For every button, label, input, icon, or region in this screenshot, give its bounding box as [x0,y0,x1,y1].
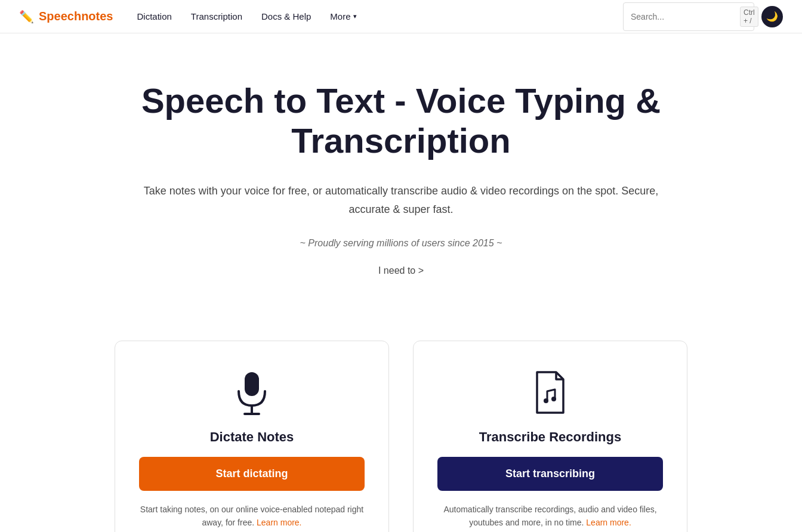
navbar: ✏️ Speechnotes Dictation Transcription D… [0,0,802,33]
search-bar[interactable]: Ctrl + / [623,2,754,31]
dictate-learn-more-link[interactable]: Learn more. [257,518,301,527]
hero-tagline: ~ Proudly serving millions of users sinc… [127,238,675,249]
search-shortcut: Ctrl + / [740,7,758,27]
svg-point-4 [551,397,556,401]
start-dictating-button[interactable]: Start dictating [139,457,365,491]
microphone-icon [139,370,365,420]
nav-right: Ctrl + / 🌙 [623,2,783,31]
cards-section: Dictate Notes Start dictating Start taki… [0,341,802,532]
nav-docs-help[interactable]: Docs & Help [261,11,311,21]
brand-name: Speechnotes [39,10,113,23]
hero-subtitle: Take notes with your voice for free, or … [127,182,675,218]
dictate-card: Dictate Notes Start dictating Start taki… [115,341,389,532]
nav-dictation[interactable]: Dictation [137,11,171,21]
dark-mode-toggle[interactable]: 🌙 [761,6,783,27]
file-audio-icon [437,370,663,420]
brand-icon: ✏️ [19,10,34,24]
nav-links: Dictation Transcription Docs & Help More… [137,11,623,21]
search-input[interactable] [631,12,735,21]
nav-more[interactable]: More ▾ [330,11,356,21]
hero-title: Speech to Text - Voice Typing & Transcri… [127,81,675,160]
dictate-card-description: Start taking notes, on our online voice-… [139,503,365,530]
hero-cta-text[interactable]: I need to > [127,265,675,276]
hero-section: Speech to Text - Voice Typing & Transcri… [103,33,699,341]
transcribe-learn-more-link[interactable]: Learn more. [586,518,631,527]
start-transcribing-button[interactable]: Start transcribing [437,457,663,491]
transcribe-card: Transcribe Recordings Start transcribing… [413,341,687,532]
svg-point-3 [544,398,548,403]
dictate-card-title: Dictate Notes [139,429,365,445]
transcribe-card-title: Transcribe Recordings [437,429,663,445]
transcribe-card-description: Automatically transcribe recordings, aud… [437,503,663,530]
svg-rect-0 [245,372,259,396]
brand-logo[interactable]: ✏️ Speechnotes [19,10,113,24]
nav-transcription[interactable]: Transcription [191,11,242,21]
chevron-down-icon: ▾ [353,13,357,20]
